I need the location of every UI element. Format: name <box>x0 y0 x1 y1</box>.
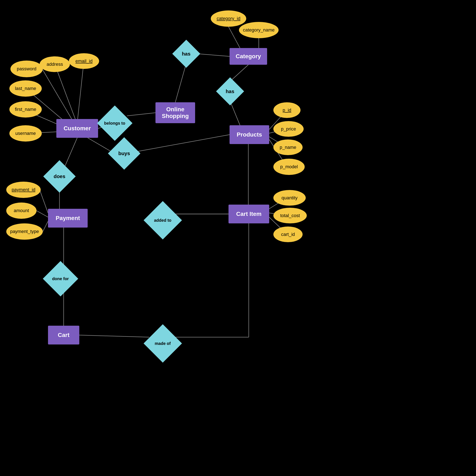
rel-has-right: has <box>216 77 244 105</box>
rel-made-of: made of <box>144 324 182 363</box>
attr-p-name: p_name <box>273 140 303 155</box>
connection-lines <box>0 0 476 476</box>
rel-done-for: done for <box>43 261 78 297</box>
svg-line-14 <box>88 138 113 152</box>
svg-line-9 <box>196 54 230 56</box>
entity-customer: Customer <box>56 119 98 138</box>
attr-password: password <box>10 61 43 77</box>
entity-cart: Cart <box>48 326 79 344</box>
attr-p-model: p_model <box>273 159 305 175</box>
rel-buys: buys <box>108 137 140 170</box>
svg-line-1 <box>55 64 77 124</box>
attr-payment-type: payment_type <box>6 223 43 240</box>
attr-username: username <box>9 125 42 141</box>
svg-line-24 <box>43 221 48 231</box>
entity-category: Category <box>230 48 267 65</box>
svg-line-2 <box>77 61 84 123</box>
rel-has-top: has <box>172 40 200 68</box>
attr-category-id: category_id <box>211 10 246 27</box>
svg-line-12 <box>230 65 248 81</box>
svg-line-23 <box>36 211 48 217</box>
attr-last-name: last_name <box>9 80 42 97</box>
attr-first-name: first_name <box>9 101 42 118</box>
er-diagram: Customer Online Shopping Category Produc… <box>0 0 476 476</box>
entity-payment: Payment <box>48 209 88 228</box>
attr-amount: amount <box>6 203 36 219</box>
rel-added-to: added to <box>144 201 182 239</box>
attr-quantity: quantity <box>273 190 306 206</box>
entity-cart-item: Cart Item <box>228 205 269 223</box>
svg-line-15 <box>136 135 230 152</box>
attr-email-id: email_id <box>69 53 99 69</box>
svg-line-10 <box>228 27 240 48</box>
entity-products: Products <box>230 125 269 144</box>
attr-address: address <box>40 56 70 72</box>
rel-belongs-to: belongs to <box>97 106 133 141</box>
attr-p-id: p_id <box>273 102 301 118</box>
attr-p-price: p_price <box>273 121 304 137</box>
svg-line-8 <box>175 64 186 102</box>
attr-total-cost: total_cost <box>273 208 307 223</box>
entity-online-shopping: Online Shopping <box>155 102 195 123</box>
rel-does: does <box>43 160 76 193</box>
svg-line-7 <box>127 113 155 116</box>
attr-payment-id: payment_id <box>6 182 41 198</box>
svg-line-13 <box>230 101 240 125</box>
attr-cart-id: cart_id <box>273 227 303 242</box>
attr-category-name: category_name <box>239 22 279 38</box>
svg-line-22 <box>40 190 48 213</box>
svg-line-33 <box>79 335 149 337</box>
